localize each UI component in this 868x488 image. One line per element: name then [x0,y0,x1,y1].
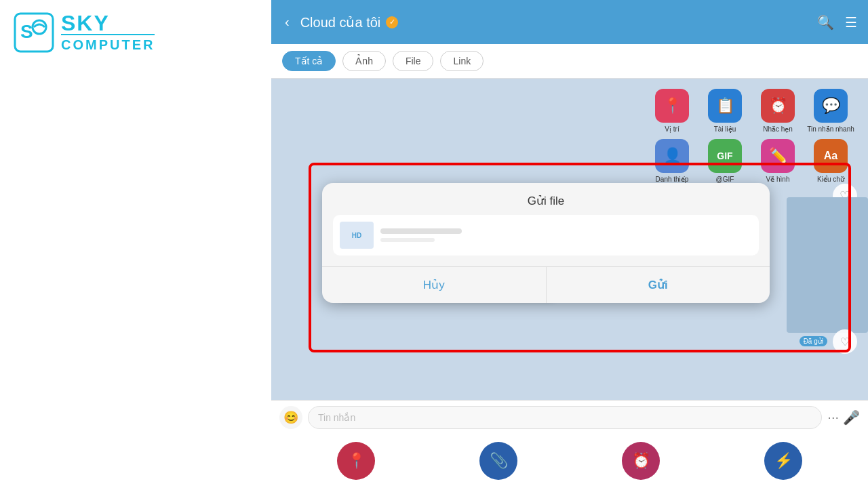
app-label-location: Vị trí [665,125,679,134]
quickmsg-icon: 💬 [814,89,848,123]
app-label-reminder: Nhắc hẹn [763,125,793,134]
cancel-button[interactable]: Hủy [322,267,547,303]
app-item-location[interactable]: 📍 Vị trí [648,89,696,134]
verified-badge: ✓ [386,16,398,28]
dots-icon: ··· [827,409,839,426]
filter-tabs: Tất cả Ảnh File Link [271,44,868,79]
logo-area: S SKY COMPUTER [14,12,155,53]
top-bar: ‹ Cloud của tôi ✓ 🔍 ☰ [271,0,868,44]
message-input[interactable]: Tin nhắn [308,406,822,429]
tab-all[interactable]: Tất cả [282,51,336,71]
logo-computer: COMPUTER [61,34,155,53]
dialog-file-thumb: HD [340,222,374,249]
app-item-reminder[interactable]: ⏰ Nhắc hẹn [754,89,802,134]
send-button[interactable]: Gửi [547,267,770,303]
right-panel: ‹ Cloud của tôi ✓ 🔍 ☰ Tất cả Ảnh File Li… [271,0,868,488]
svg-text:S: S [20,21,33,42]
mic-icon[interactable]: 🎤 [843,409,860,426]
file-name-placeholder [380,228,462,234]
app-label-docs: Tài liệu [714,125,736,134]
tab-links[interactable]: Link [440,51,484,71]
clock-action-button[interactable]: ⏰ [622,442,660,480]
sky-logo-icon: S [14,12,54,53]
bottom-input-bar: 😊 Tin nhắn ··· 🎤 [271,400,868,434]
app-label-quickmsg: Tin nhắn nhanh [807,125,854,134]
file-size-placeholder [380,238,435,242]
app-item-docs[interactable]: 📋 Tài liệu [701,89,749,134]
input-action-icons: ··· 🎤 [827,409,860,426]
clock-action-icon: ⏰ [632,452,650,470]
location-action-icon: 📍 [347,452,366,470]
top-title: Cloud của tôi ✓ [300,14,809,30]
flash-action-button[interactable]: ⚡ [764,442,802,480]
tab-files[interactable]: File [393,51,434,71]
app-item-quickmsg[interactable]: 💬 Tin nhắn nhanh [807,89,854,134]
location-icon: 📍 [655,89,689,123]
hd-label: HD [352,232,361,239]
send-file-dialog: Gửi file HD Hủy Gửi [322,183,770,303]
dialog-preview: HD [333,215,759,256]
left-panel: S SKY COMPUTER [0,0,271,488]
title-text: Cloud của tôi [300,14,381,30]
tab-photos[interactable]: Ảnh [342,51,386,71]
flash-action-icon: ⚡ [774,452,793,470]
menu-icon[interactable]: ☰ [845,14,857,30]
reminder-icon: ⏰ [761,89,795,123]
emoji-button[interactable]: 😊 [279,406,302,429]
attach-action-icon: 📎 [490,452,508,470]
dialog-title: Gửi file [322,183,770,215]
dialog-buttons: Hủy Gửi [322,267,770,303]
back-button[interactable]: ‹ [282,12,292,33]
attach-action-button[interactable]: 📎 [479,442,517,480]
location-action-button[interactable]: 📍 [337,442,375,480]
search-icon[interactable]: 🔍 [817,14,834,30]
top-icons: 🔍 ☰ [817,14,857,30]
logo-text: SKY COMPUTER [61,12,155,53]
docs-icon: 📋 [708,89,742,123]
dialog-file-info [380,228,752,242]
logo-sky: SKY [61,12,155,34]
bottom-actions-bar: 📍 📎 ⏰ ⚡ [271,434,868,488]
